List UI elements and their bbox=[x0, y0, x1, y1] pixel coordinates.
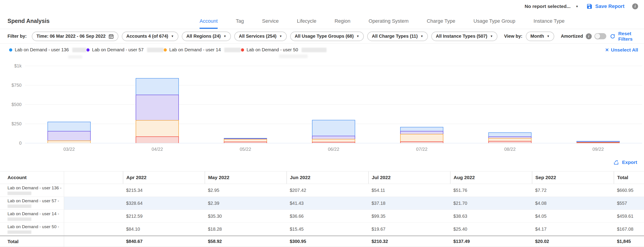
export-icon bbox=[613, 159, 619, 165]
y-axis-tick: $1k bbox=[0, 63, 22, 69]
value-cell: $4.08 bbox=[532, 197, 614, 210]
reset-filters-label: Reset Filters bbox=[618, 31, 638, 42]
view-by-value: Month bbox=[530, 34, 544, 39]
account-name: Lab on Demand - user 50 - bbox=[8, 224, 64, 229]
legend-item-lab-on-demand-user-14[interactable]: Lab on Demand - user 14 bbox=[164, 47, 241, 52]
x-axis-label: 07/22 bbox=[378, 147, 466, 152]
tab-charge-type[interactable]: Charge Type bbox=[427, 18, 456, 29]
filter-pill-all-charge-types-11[interactable]: All Charge Types (11)▼ bbox=[367, 31, 428, 41]
redacted-text bbox=[72, 48, 86, 52]
bar-segment-lab-on-demand-user-14[interactable] bbox=[224, 139, 267, 142]
bar-segment-lab-on-demand-user-136[interactable] bbox=[136, 78, 179, 95]
column-header-aug-2022: Aug 2022 bbox=[450, 171, 532, 184]
bar-segment-lab-on-demand-user-50[interactable] bbox=[136, 136, 179, 143]
bar-segment-lab-on-demand-user-50[interactable] bbox=[312, 142, 355, 143]
stacked-bar-09-22[interactable] bbox=[576, 141, 620, 143]
bar-segment-lab-on-demand-user-50[interactable] bbox=[224, 142, 267, 143]
calendar-icon bbox=[108, 34, 114, 39]
bar-segment-lab-on-demand-user-14[interactable] bbox=[136, 120, 179, 136]
value-cell: $35.30 bbox=[205, 214, 286, 219]
column-header-sep-2022: Sep 2022 bbox=[532, 171, 614, 184]
value-cell: $41.43 bbox=[286, 197, 368, 210]
bar-segment-lab-on-demand-user-136[interactable] bbox=[48, 122, 91, 131]
stacked-bar-07-22[interactable] bbox=[400, 127, 443, 143]
filter-pill-all-usage-type-groups-68[interactable]: All Usage Type Groups (68)▼ bbox=[290, 31, 364, 41]
bar-segment-lab-on-demand-user-57[interactable] bbox=[312, 136, 355, 139]
legend-dot-icon bbox=[9, 48, 12, 51]
x-axis-label: 08/22 bbox=[466, 147, 554, 152]
bar-segment-lab-on-demand-user-14[interactable] bbox=[312, 139, 355, 142]
tab-tag[interactable]: Tag bbox=[236, 18, 244, 29]
bar-segment-lab-on-demand-user-136[interactable] bbox=[400, 127, 443, 131]
legend-item-lab-on-demand-user-136[interactable]: Lab on Demand - user 136 bbox=[9, 47, 86, 52]
total-label-cell: Total bbox=[0, 236, 64, 247]
bar-segment-lab-on-demand-user-14[interactable] bbox=[48, 141, 91, 143]
stacked-bar-03-22[interactable] bbox=[48, 122, 91, 143]
table-row: Lab on Demand - user 136 -$215.34$2.95$2… bbox=[0, 184, 644, 197]
x-axis-label: 06/22 bbox=[290, 147, 378, 152]
bar-segment-lab-on-demand-user-57[interactable] bbox=[400, 131, 443, 134]
value-cell: $99.35 bbox=[368, 214, 450, 219]
tab-service[interactable]: Service bbox=[262, 18, 278, 29]
bar-segment-lab-on-demand-user-57[interactable] bbox=[48, 131, 91, 140]
amortized-toggle[interactable] bbox=[594, 33, 606, 39]
chevron-down-icon: ▼ bbox=[224, 35, 226, 38]
total-value-cell: $840.67 bbox=[123, 239, 205, 244]
filter-pill-all-regions-24[interactable]: All Regions (24)▼ bbox=[182, 31, 231, 41]
info-icon[interactable]: i bbox=[632, 3, 638, 9]
legend-label: Lab on Demand - user 50 bbox=[246, 47, 298, 52]
view-by-dropdown[interactable]: Month ▼ bbox=[526, 31, 554, 41]
legend-items: Lab on Demand - user 136Lab on Demand - … bbox=[9, 47, 326, 52]
value-cell: $84.10 bbox=[123, 227, 205, 232]
account-name: Lab on Demand - user 57 - bbox=[8, 198, 64, 203]
stacked-bar-04-22[interactable] bbox=[136, 78, 179, 143]
redacted-text bbox=[302, 48, 326, 52]
y-axis-tick: $500 bbox=[0, 102, 22, 107]
refresh-icon bbox=[610, 33, 616, 39]
report-selector-dropdown[interactable]: No report selected... ▼ bbox=[525, 4, 578, 9]
chart-legend: Lab on Demand - user 136Lab on Demand - … bbox=[0, 44, 644, 60]
bar-segment-lab-on-demand-user-50[interactable] bbox=[576, 143, 620, 143]
legend-dot-icon bbox=[241, 48, 244, 51]
filter-pills: Time: 06 Mar 2022 - 06 Sep 2022Accounts … bbox=[32, 31, 498, 41]
stacked-bar-05-22[interactable] bbox=[224, 138, 267, 143]
x-axis-label: 09/22 bbox=[554, 147, 642, 152]
bar-slot-08-22 bbox=[466, 66, 554, 143]
account-cell: Lab on Demand - user 136 - bbox=[0, 184, 64, 197]
bar-segment-lab-on-demand-user-50[interactable] bbox=[488, 141, 532, 143]
unselect-all-button[interactable]: ✕ Unselect All bbox=[605, 47, 638, 53]
bar-segment-lab-on-demand-user-14[interactable] bbox=[488, 138, 532, 141]
bar-segment-lab-on-demand-user-136[interactable] bbox=[488, 132, 532, 136]
amortized-info-icon[interactable]: i bbox=[586, 33, 592, 39]
spend-analysis-app: No report selected... ▼ Save Report i Sp… bbox=[0, 0, 644, 247]
tab-usage-type-group[interactable]: Usage Type Group bbox=[474, 18, 516, 29]
bar-segment-lab-on-demand-user-136[interactable] bbox=[312, 120, 355, 136]
account-cell: Lab on Demand - user 50 - bbox=[0, 223, 64, 236]
filter-pill-all-instance-types-507[interactable]: All Instance Types (507)▼ bbox=[431, 31, 498, 41]
bar-segment-lab-on-demand-user-14[interactable] bbox=[400, 134, 443, 142]
reset-filters-button[interactable]: Reset Filters bbox=[610, 31, 638, 42]
tab-account[interactable]: Account bbox=[200, 18, 218, 29]
tab-operating-system[interactable]: Operating System bbox=[368, 18, 408, 29]
filter-pill-accounts-4-of-674[interactable]: Accounts 4 (of 674)▼ bbox=[122, 31, 178, 41]
bar-segment-lab-on-demand-user-57[interactable] bbox=[488, 136, 532, 138]
column-header-jun-2022: Jun 2022 bbox=[286, 171, 368, 184]
tab-instance-type[interactable]: Instance Type bbox=[534, 18, 565, 29]
bar-segment-lab-on-demand-user-50[interactable] bbox=[400, 141, 443, 143]
value-cell: $38.63 bbox=[450, 214, 532, 219]
column-header-may-2022: May 2022 bbox=[205, 171, 286, 184]
row-spacer bbox=[64, 197, 123, 210]
tab-region[interactable]: Region bbox=[334, 18, 350, 29]
stacked-bar-08-22[interactable] bbox=[488, 132, 532, 143]
filter-pill-all-services-254[interactable]: All Services (254)▼ bbox=[234, 31, 287, 41]
legend-item-lab-on-demand-user-50[interactable]: Lab on Demand - user 50 bbox=[241, 47, 326, 52]
stacked-bar-06-22[interactable] bbox=[312, 120, 355, 143]
tab-lifecycle[interactable]: Lifecycle bbox=[297, 18, 316, 29]
export-button[interactable]: Export bbox=[613, 159, 637, 165]
legend-item-lab-on-demand-user-57[interactable]: Lab on Demand - user 57 bbox=[86, 47, 164, 52]
redacted-text bbox=[8, 231, 31, 234]
bar-segment-lab-on-demand-user-57[interactable] bbox=[136, 95, 179, 120]
save-report-button[interactable]: Save Report bbox=[586, 3, 624, 9]
column-header-account: Account bbox=[0, 171, 64, 184]
filter-pill-time-06-mar-2022-06-sep-2022[interactable]: Time: 06 Mar 2022 - 06 Sep 2022 bbox=[32, 31, 118, 41]
